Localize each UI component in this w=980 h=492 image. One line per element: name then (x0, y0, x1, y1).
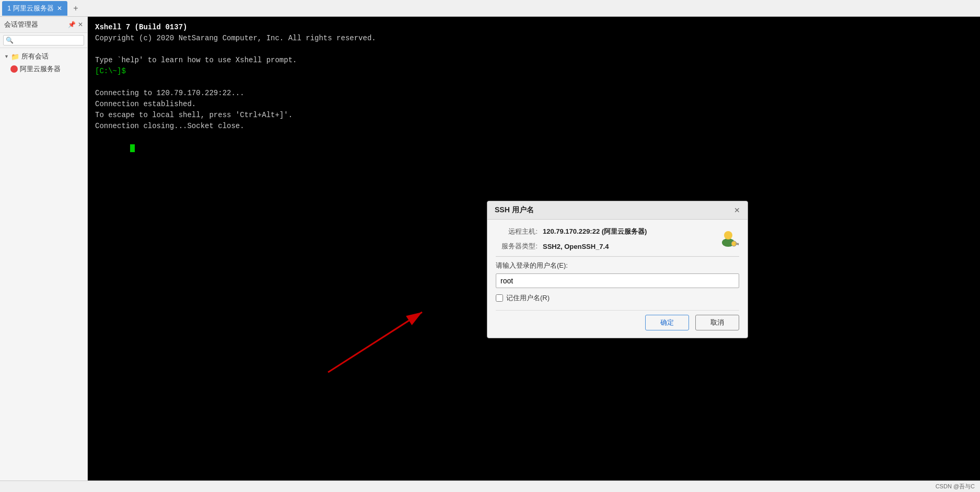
dialog-body: 远程主机: 120.79.170.229:22 (阿里云服务器) 服务器类型: … (487, 220, 748, 338)
folder-icon: 📁 (11, 53, 19, 61)
tab-add-button[interactable]: + (69, 2, 82, 15)
tree-item-server-label: 阿里云服务器 (20, 64, 61, 74)
arrow-icon: ▼ (4, 54, 9, 59)
status-text: CSDN @吾与C (936, 483, 975, 490)
tree-item-aliyun[interactable]: 阿里云服务器 (0, 63, 87, 75)
ssh-username-dialog: SSH 用户名 ✕ 远程主机: 120.79.170.229:22 (阿里云服务… (487, 201, 748, 338)
tree-item-label: 所有会话 (21, 52, 49, 61)
sidebar-tree: ▼ 📁 所有会话 阿里云服务器 (0, 48, 87, 480)
confirm-button[interactable]: 确定 (645, 315, 689, 330)
remember-username-label[interactable]: 记住用户名(R) (506, 293, 550, 303)
tab-bar: 1 阿里云服务器 ✕ + (0, 0, 980, 17)
terminal-line-10 (95, 132, 973, 165)
terminal-line-5 (95, 77, 973, 88)
sidebar-icons: 📌 ✕ (68, 21, 83, 28)
server-type-label: 服务器类型: (496, 242, 538, 251)
close-icon[interactable]: ✕ (78, 21, 83, 28)
dialog-buttons: 确定 取消 (496, 310, 739, 333)
svg-rect-6 (738, 243, 739, 245)
terminal-line-2 (95, 44, 973, 55)
terminal-line-4: [C:\~]$ (95, 66, 973, 77)
svg-rect-7 (737, 243, 738, 245)
server-type-value: SSH2, OpenSSH_7.4 (543, 243, 609, 250)
dialog-title: SSH 用户名 (495, 205, 534, 215)
dialog-divider (496, 256, 739, 257)
dialog-close-button[interactable]: ✕ (734, 207, 740, 214)
terminal-line-9: Connection closing...Socket close. (95, 121, 973, 132)
terminal-line-3: Type `help' to learn how to use Xshell p… (95, 55, 973, 66)
cancel-button[interactable]: 取消 (695, 315, 739, 330)
svg-point-3 (724, 231, 732, 239)
terminal-line-8: To escape to local shell, press 'Ctrl+Al… (95, 110, 973, 121)
dialog-titlebar: SSH 用户名 ✕ (487, 201, 748, 220)
remember-username-row: 记住用户名(R) (496, 293, 739, 303)
avatar (717, 227, 739, 249)
terminal-line-6: Connecting to 120.79.170.229:22... (95, 88, 973, 99)
tab-close-icon[interactable]: ✕ (57, 5, 62, 12)
sidebar-header: 会话管理器 📌 ✕ (0, 17, 87, 33)
main-layout: 会话管理器 📌 ✕ ▼ 📁 所有会话 阿里云服务器 Xshell 7 (Buil (0, 17, 980, 480)
sidebar-search-input[interactable] (3, 35, 84, 45)
remember-username-checkbox[interactable] (496, 294, 503, 302)
status-bar: CSDN @吾与C (0, 480, 980, 492)
tree-item-all-sessions[interactable]: ▼ 📁 所有会话 (0, 50, 87, 63)
sidebar-search[interactable] (0, 33, 87, 48)
cursor-block (130, 144, 135, 152)
sidebar-title: 会话管理器 (4, 20, 38, 29)
terminal-line-7: Connection established. (95, 99, 973, 110)
terminal-line-0: Xshell 7 (Build 0137) (95, 22, 973, 33)
remote-host-row: 远程主机: 120.79.170.229:22 (阿里云服务器) (496, 227, 739, 236)
username-input[interactable] (496, 273, 739, 288)
username-input-label: 请输入登录的用户名(E): (496, 261, 739, 270)
server-icon (10, 65, 18, 73)
tab-aliyun[interactable]: 1 阿里云服务器 ✕ (2, 1, 67, 16)
tab-label: 1 阿里云服务器 (7, 4, 54, 13)
server-type-row: 服务器类型: SSH2, OpenSSH_7.4 (496, 242, 739, 251)
remote-host-label: 远程主机: (496, 227, 538, 236)
pin-icon[interactable]: 📌 (68, 21, 76, 28)
terminal-line-1: Copyright (c) 2020 NetSarang Computer, I… (95, 33, 973, 44)
remote-host-value: 120.79.170.229:22 (阿里云服务器) (543, 227, 647, 236)
sidebar: 会话管理器 📌 ✕ ▼ 📁 所有会话 阿里云服务器 (0, 17, 88, 480)
